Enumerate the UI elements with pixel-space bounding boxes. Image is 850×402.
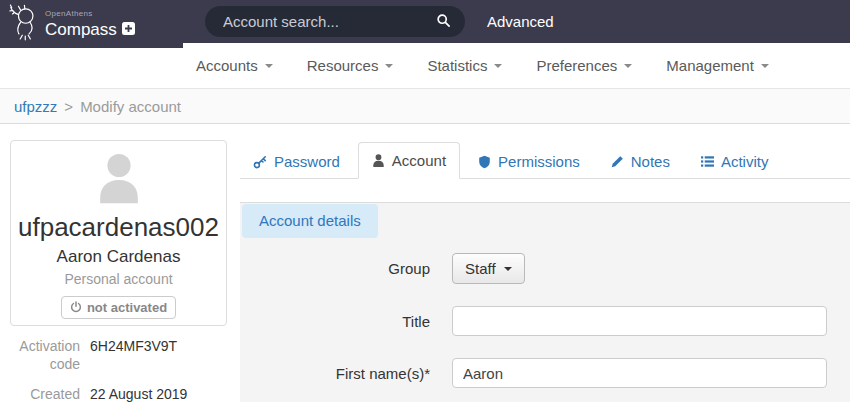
brand-title: Compass — [45, 21, 117, 38]
activation-code-value: 6H24MF3V9T — [90, 338, 177, 373]
section-tab-account-details[interactable]: Account details — [242, 204, 378, 238]
group-select[interactable]: Staff — [452, 253, 525, 284]
nav-resources[interactable]: Resources — [307, 57, 394, 74]
tab-activity[interactable]: Activity — [688, 145, 782, 178]
first-name-input[interactable] — [452, 358, 827, 388]
list-icon — [701, 155, 714, 168]
plus-badge-icon — [122, 21, 135, 38]
nav-accounts-label: Accounts — [196, 57, 258, 74]
meta-label: Created — [10, 386, 80, 402]
account-type: Personal account — [11, 271, 226, 287]
chevron-down-icon — [265, 64, 273, 68]
chevron-down-icon — [385, 64, 393, 68]
avatar — [11, 151, 226, 211]
pencil-icon — [611, 155, 624, 168]
chevron-down-icon — [504, 267, 512, 271]
tab-activity-label: Activity — [721, 153, 769, 170]
form-row-group: Group Staff — [240, 253, 827, 284]
form-row-first-name: First name(s)* — [240, 358, 827, 388]
brand-suptitle: OpenAthens — [45, 10, 135, 18]
group-label: Group — [240, 260, 430, 277]
meta-label: Activation code — [10, 338, 80, 373]
first-name-label: First name(s)* — [240, 365, 430, 382]
breadcrumb: ufpzzz > Modify account — [0, 89, 850, 124]
account-meta: Activation code 6H24MF3V9T Created 22 Au… — [10, 338, 227, 402]
nav-preferences-label: Preferences — [536, 57, 617, 74]
tab-permissions-label: Permissions — [498, 153, 580, 170]
breadcrumb-org-link[interactable]: ufpzzz — [14, 98, 57, 115]
tab-password[interactable]: Password — [240, 145, 353, 178]
account-search-box[interactable] — [205, 6, 465, 37]
form-row-title: Title — [240, 306, 827, 336]
power-icon — [70, 301, 82, 313]
chevron-down-icon — [624, 64, 632, 68]
tab-notes-label: Notes — [631, 153, 670, 170]
account-details-panel: Account details Group Staff Title First … — [240, 202, 850, 402]
shield-icon — [478, 155, 491, 169]
breadcrumb-current: Modify account — [80, 98, 181, 115]
nav-resources-label: Resources — [307, 57, 379, 74]
tab-account[interactable]: Account — [358, 142, 460, 179]
nav-accounts[interactable]: Accounts — [196, 57, 273, 74]
brand-text: OpenAthens Compass — [45, 10, 135, 38]
advanced-search-link[interactable]: Advanced — [487, 0, 554, 43]
meta-row-created: Created 22 August 2019 — [10, 386, 227, 402]
chevron-down-icon — [494, 64, 502, 68]
search-input[interactable] — [205, 13, 432, 30]
group-select-value: Staff — [465, 260, 496, 277]
created-date-value: 22 August 2019 — [90, 386, 187, 402]
account-tabs: Password Account Permissions — [240, 141, 850, 179]
key-icon — [253, 155, 267, 169]
status-badge: not activated — [61, 296, 176, 319]
account-username: ufpacardenas002 — [11, 213, 226, 242]
breadcrumb-separator: > — [64, 98, 73, 115]
nav-preferences[interactable]: Preferences — [536, 57, 632, 74]
tab-permissions[interactable]: Permissions — [465, 145, 593, 178]
brand-block[interactable]: OpenAthens Compass — [0, 0, 183, 48]
search-button[interactable] — [432, 13, 465, 31]
title-label: Title — [240, 313, 430, 330]
title-input[interactable] — [452, 306, 827, 336]
openathens-owl-icon — [7, 2, 41, 46]
search-icon — [436, 13, 451, 31]
nav-management-label: Management — [666, 57, 754, 74]
status-badge-label: not activated — [87, 300, 167, 315]
account-fullname: Aaron Cardenas — [11, 247, 226, 267]
chevron-down-icon — [761, 64, 769, 68]
meta-row-activation-code: Activation code 6H24MF3V9T — [10, 338, 227, 373]
nav-statistics-label: Statistics — [427, 57, 487, 74]
tab-password-label: Password — [274, 153, 340, 170]
main-nav: Accounts Resources Statistics Preference… — [0, 43, 850, 89]
nav-management[interactable]: Management — [666, 57, 769, 74]
tab-notes[interactable]: Notes — [598, 145, 683, 178]
modify-account-page: Advanced OpenAthens Compass — [0, 0, 850, 402]
profile-card: ufpacardenas002 Aaron Cardenas Personal … — [10, 140, 227, 326]
nav-statistics[interactable]: Statistics — [427, 57, 502, 74]
tab-account-label: Account — [392, 152, 446, 169]
user-icon — [372, 154, 385, 167]
